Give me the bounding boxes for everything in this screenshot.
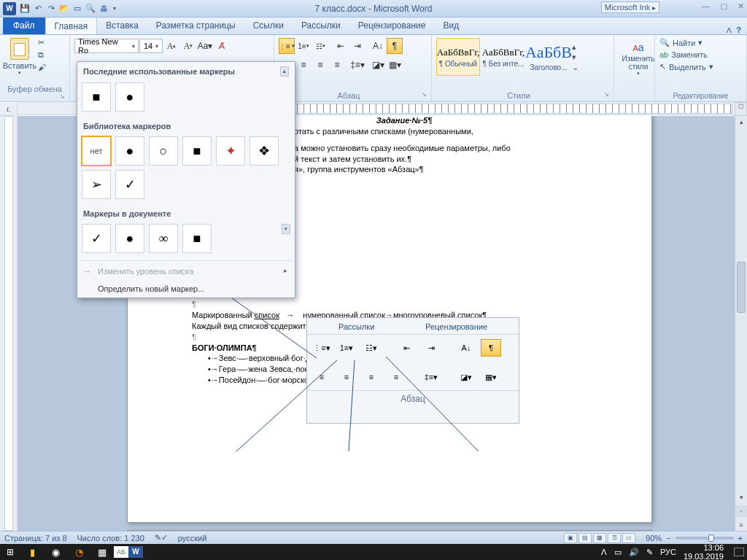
style-normal[interactable]: АаБбВвГг,¶ Обычный xyxy=(436,38,480,76)
bullet-option[interactable]: ● xyxy=(115,224,144,253)
view-web-icon[interactable]: ▦ xyxy=(593,533,606,543)
styles-launcher-icon[interactable]: ↘ xyxy=(604,91,609,98)
view-read-icon[interactable]: ▤ xyxy=(578,533,592,543)
new-icon[interactable]: ▭ xyxy=(71,3,83,15)
increase-indent-icon[interactable]: ⇥ xyxy=(349,38,365,54)
copy-icon[interactable]: ⧉ xyxy=(38,50,46,60)
status-words[interactable]: Число слов: 1 230 xyxy=(77,534,144,542)
vertical-ruler[interactable] xyxy=(0,116,18,531)
zoom-in-icon[interactable]: + xyxy=(738,534,743,542)
taskbar-app2-icon[interactable]: АБ xyxy=(114,546,128,558)
open-icon[interactable]: 📂 xyxy=(58,3,70,15)
bullet-option[interactable]: ■ xyxy=(82,82,111,112)
styles-up-icon[interactable]: ▴ xyxy=(572,42,578,52)
decrease-indent-icon[interactable]: ⇤ xyxy=(333,38,349,54)
quickprint-icon[interactable]: 🖶 xyxy=(98,3,109,15)
preview-icon[interactable]: 🔍 xyxy=(85,3,96,15)
numbering-button[interactable]: 1≡▾ xyxy=(295,38,311,54)
next-page-icon[interactable]: ≡ xyxy=(735,519,747,531)
bullet-option[interactable]: ✓ xyxy=(82,224,111,253)
bullet-option[interactable]: ● xyxy=(115,136,144,166)
view-draft-icon[interactable]: ▭ xyxy=(622,533,635,543)
show-marks-icon[interactable]: ¶ xyxy=(387,38,403,54)
change-styles-button[interactable]: Aa Изменить стили ▾ xyxy=(619,38,658,77)
status-page[interactable]: Страница: 7 из 8 xyxy=(4,534,67,542)
align-center-icon[interactable]: ≡ xyxy=(295,57,311,73)
tab-selector[interactable]: L xyxy=(0,103,18,116)
tab-view[interactable]: Вид xyxy=(434,17,468,34)
redo-icon[interactable]: ↷ xyxy=(45,3,57,15)
file-tab[interactable]: Файл xyxy=(3,17,45,34)
tab-references[interactable]: Ссылки xyxy=(244,17,293,34)
justify-icon[interactable]: ≡ xyxy=(329,57,345,73)
multilevel-button[interactable]: ☷▾ xyxy=(312,38,328,54)
taskbar-calc-icon[interactable]: ▦ xyxy=(90,547,114,558)
font-name-combo[interactable]: Times New Ro▾ xyxy=(74,39,139,53)
line-spacing-icon[interactable]: ‡≡▾ xyxy=(349,57,365,73)
tray-volume-icon[interactable]: 🔊 xyxy=(629,548,639,557)
taskbar-chrome-icon[interactable]: ◉ xyxy=(44,547,67,558)
view-print-icon[interactable]: ▣ xyxy=(564,533,577,543)
tab-layout[interactable]: Разметка страницы xyxy=(147,17,244,34)
shrink-font-icon[interactable]: A▾ xyxy=(180,38,196,54)
tab-home[interactable]: Главная xyxy=(45,17,98,34)
scroll-down-icon[interactable]: ▾ xyxy=(735,491,747,503)
bullet-option-none[interactable]: нет xyxy=(82,136,111,166)
app-icon[interactable]: W xyxy=(3,2,16,15)
taskbar-word-icon[interactable]: W xyxy=(128,546,143,558)
shading-icon[interactable]: ◪▾ xyxy=(370,57,386,73)
undo-icon[interactable]: ↶ xyxy=(32,3,44,15)
tray-clock[interactable]: 13:0619.03.2019 xyxy=(684,543,727,560)
bullet-option[interactable]: ○ xyxy=(149,136,178,166)
tab-insert[interactable]: Вставка xyxy=(97,17,147,34)
taskbar-app-icon[interactable]: ◔ xyxy=(67,547,90,558)
tray-lang[interactable]: РУС xyxy=(660,548,676,556)
paragraph-launcher-icon[interactable]: ↘ xyxy=(422,91,427,98)
tray-notifications-icon[interactable] xyxy=(734,548,744,556)
taskbar-explorer-icon[interactable]: ▮ xyxy=(20,547,44,558)
bullet-option[interactable]: ● xyxy=(115,82,144,112)
change-case-icon[interactable]: Aa▾ xyxy=(197,38,213,54)
bullet-option[interactable]: ✦ xyxy=(216,136,245,166)
minimize-button[interactable]: — xyxy=(702,1,710,11)
vertical-scrollbar[interactable]: ▴ ▾ ◦ ≡ xyxy=(735,116,747,531)
zoom-slider[interactable] xyxy=(676,537,734,540)
ink-panel[interactable]: Microsoft Ink ▸ xyxy=(601,1,659,13)
prev-page-icon[interactable]: ◦ xyxy=(735,505,747,517)
tray-network-icon[interactable]: ▭ xyxy=(614,548,622,557)
bullets-button[interactable]: ⋮≡▾ xyxy=(279,38,295,54)
bullet-option[interactable]: ✓ xyxy=(115,170,144,199)
align-right-icon[interactable]: ≡ xyxy=(312,57,328,73)
help-icon[interactable]: ? xyxy=(736,26,741,34)
bullet-option[interactable]: ■ xyxy=(182,136,212,166)
qat-more-icon[interactable]: ▾ xyxy=(111,3,118,15)
font-size-combo[interactable]: 14▾ xyxy=(139,39,163,53)
tab-review[interactable]: Рецензирование xyxy=(349,17,435,34)
proofing-icon[interactable]: ✎✓ xyxy=(155,533,168,542)
style-no-spacing[interactable]: АаБбВвГг,¶ Без инте... xyxy=(481,38,525,76)
styles-down-icon[interactable]: ▾ xyxy=(572,52,578,62)
select-button[interactable]: ↖Выделить ▾ xyxy=(659,62,742,71)
clipboard-launcher-icon[interactable]: ↘ xyxy=(60,93,65,100)
zoom-level[interactable]: 90% xyxy=(646,534,662,542)
ruler-toggle-icon[interactable]: ▢ xyxy=(735,102,747,116)
bullet-option[interactable]: ➢ xyxy=(82,170,111,199)
view-outline-icon[interactable]: ☰ xyxy=(608,533,621,543)
replace-button[interactable]: abЗаменить xyxy=(659,50,742,59)
style-heading[interactable]: АаБбВЗаголово... xyxy=(527,38,570,76)
dd-scroll-down-icon[interactable]: ▾ xyxy=(282,224,290,234)
bullet-option[interactable]: ■ xyxy=(182,224,212,253)
tray-up-icon[interactable]: ᐱ xyxy=(601,548,607,557)
ribbon-minimize-icon[interactable]: ᐱ xyxy=(727,26,732,34)
format-painter-icon[interactable]: 🖌 xyxy=(38,63,46,71)
clear-format-icon[interactable]: A̸ xyxy=(214,38,230,54)
scroll-thumb[interactable] xyxy=(737,262,746,313)
bullet-option[interactable]: ∞ xyxy=(149,224,178,253)
dd-scroll-up-icon[interactable]: ▴ xyxy=(280,66,289,77)
save-icon[interactable]: 💾 xyxy=(19,3,31,15)
close-button[interactable]: ✕ xyxy=(738,1,744,11)
styles-more-icon[interactable]: ⌄ xyxy=(572,63,578,72)
grow-font-icon[interactable]: A▴ xyxy=(163,38,179,54)
borders-icon[interactable]: ▦▾ xyxy=(387,57,403,73)
paste-button[interactable]: Вставить ▾ xyxy=(4,38,35,76)
